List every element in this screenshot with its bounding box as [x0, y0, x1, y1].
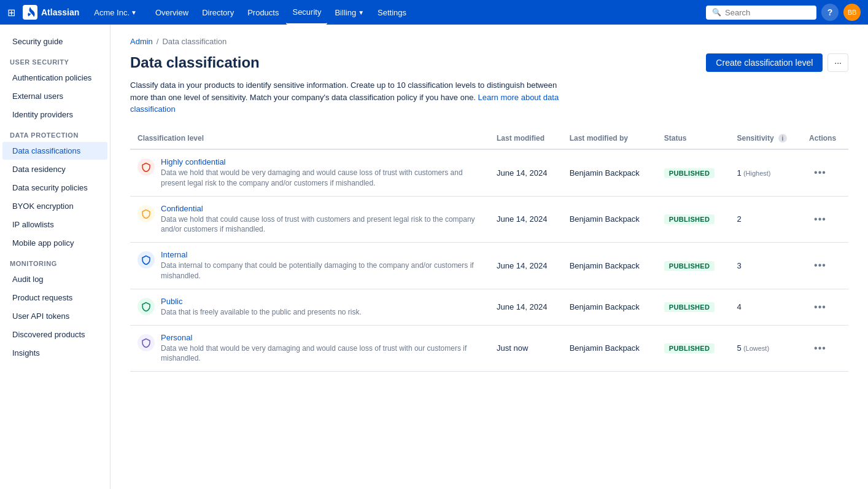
create-classification-button[interactable]: Create classification level — [706, 53, 823, 72]
cell-sensitivity-2: 3 — [730, 243, 802, 289]
cell-status-1: PUBLISHED — [657, 196, 730, 243]
table-row: Internal Data internal to company that c… — [130, 243, 848, 289]
sidebar-section-monitoring: Monitoring — [0, 252, 110, 270]
cell-classification-1: Confidential Data we hold that could cau… — [130, 196, 489, 243]
cell-classification-0: Highly confidential Data we hold that wo… — [130, 149, 489, 196]
table-row: Highly confidential Data we hold that wo… — [130, 149, 848, 196]
sidebar: Security guide User Security Authenticat… — [0, 25, 110, 489]
classification-icon-4 — [138, 334, 155, 351]
col-classification-level: Classification level — [130, 128, 489, 150]
grid-icon[interactable]: ⊞ — [7, 7, 15, 18]
classification-desc-3: Data that is freely available to the pub… — [161, 307, 362, 318]
cell-status-4: PUBLISHED — [657, 325, 730, 372]
nav-settings[interactable]: Settings — [371, 0, 413, 25]
classification-name-1[interactable]: Confidential — [161, 204, 482, 213]
sensitivity-note-4: (Lowest) — [742, 345, 769, 352]
classification-name-2[interactable]: Internal — [161, 250, 482, 259]
sensitivity-info-icon[interactable]: i — [778, 134, 787, 143]
actions-button-3[interactable]: ••• — [809, 299, 831, 315]
classification-cell-3: Public Data that is freely available to … — [138, 297, 482, 318]
cell-last-modified-2: June 14, 2024 — [489, 243, 562, 289]
avatar[interactable]: BB — [843, 4, 861, 21]
status-badge-3: PUBLISHED — [664, 302, 715, 312]
page-title: Data classification — [130, 54, 260, 71]
classification-icon-2 — [138, 251, 155, 268]
org-selector[interactable]: Acme Inc. ▼ — [89, 6, 142, 20]
actions-button-0[interactable]: ••• — [809, 165, 831, 181]
sidebar-item-identity-providers[interactable]: Identity providers — [2, 106, 107, 123]
status-badge-0: PUBLISHED — [664, 168, 715, 178]
sensitivity-note-0: (Highest) — [742, 170, 771, 177]
sidebar-item-data-residency[interactable]: Data residency — [2, 160, 107, 178]
page-header: Data classification Create classificatio… — [130, 53, 848, 72]
actions-button-2[interactable]: ••• — [809, 257, 831, 273]
breadcrumb-admin[interactable]: Admin — [130, 37, 153, 46]
classification-desc-2: Data internal to company that could be p… — [161, 260, 482, 281]
sidebar-item-authentication-policies[interactable]: Authentication policies — [2, 69, 107, 87]
classification-desc-0: Data we hold that would be very damaging… — [161, 168, 482, 189]
sidebar-section-user-security: User Security — [0, 51, 110, 68]
main-content: Admin / Data classification Data classif… — [110, 25, 868, 489]
sidebar-item-data-security-policies[interactable]: Data security policies — [2, 179, 107, 197]
sidebar-item-security-guide[interactable]: Security guide — [2, 33, 107, 50]
sidebar-item-audit-log[interactable]: Audit log — [2, 270, 107, 288]
table-row: Public Data that is freely available to … — [130, 289, 848, 325]
cell-last-modified-0: June 14, 2024 — [489, 149, 562, 196]
table-header-row: Classification level Last modified Last … — [130, 128, 848, 150]
classification-desc-1: Data we hold that could cause loss of tr… — [161, 214, 482, 235]
sidebar-item-product-requests[interactable]: Product requests — [2, 289, 107, 307]
cell-classification-4: Personal Data we hold that would be very… — [130, 325, 489, 372]
sidebar-item-user-api-tokens[interactable]: User API tokens — [2, 307, 107, 325]
classification-icon-1 — [138, 205, 155, 222]
nav-security[interactable]: Security — [286, 0, 327, 25]
topnav-right: 🔍 ? BB — [706, 4, 861, 21]
nav-directory[interactable]: Directory — [196, 0, 240, 25]
sidebar-item-data-classifications[interactable]: Data classifications — [2, 142, 107, 160]
org-dropdown-icon: ▼ — [131, 9, 137, 16]
cell-classification-2: Internal Data internal to company that c… — [130, 243, 489, 289]
cell-actions-1: ••• — [802, 196, 848, 243]
status-badge-4: PUBLISHED — [664, 343, 715, 353]
status-badge-1: PUBLISHED — [664, 214, 715, 224]
classification-info-3: Public Data that is freely available to … — [161, 297, 362, 318]
classification-name-4[interactable]: Personal — [161, 333, 482, 342]
help-button[interactable]: ? — [821, 4, 839, 21]
sidebar-item-external-users[interactable]: External users — [2, 87, 107, 105]
nav-overview[interactable]: Overview — [149, 0, 195, 25]
cell-sensitivity-1: 2 — [730, 196, 802, 243]
nav-billing[interactable]: Billing ▼ — [328, 0, 370, 25]
sidebar-item-ip-allowlists[interactable]: IP allowlists — [2, 216, 107, 233]
logo-icon — [23, 5, 37, 20]
classification-name-3[interactable]: Public — [161, 297, 362, 306]
search-box[interactable]: 🔍 — [706, 6, 816, 20]
more-options-button[interactable]: ··· — [827, 53, 848, 72]
actions-button-4[interactable]: ••• — [809, 340, 831, 356]
top-navigation: ⊞ Atlassian Acme Inc. ▼ Overview Directo… — [0, 0, 868, 25]
col-sensitivity: Sensitivity i — [730, 128, 802, 150]
page-description: Classify data in your products to identi… — [130, 79, 560, 115]
actions-button-1[interactable]: ••• — [809, 211, 831, 227]
cell-last-modified-by-0: Benjamin Backpack — [562, 149, 657, 196]
cell-last-modified-3: June 14, 2024 — [489, 289, 562, 325]
sidebar-item-byok-encryption[interactable]: BYOK encryption — [2, 197, 107, 215]
classification-icon-3 — [138, 298, 155, 315]
cell-last-modified-1: June 14, 2024 — [489, 196, 562, 243]
classification-cell-1: Confidential Data we hold that could cau… — [138, 204, 482, 235]
sidebar-item-mobile-app-policy[interactable]: Mobile app policy — [2, 234, 107, 252]
col-last-modified: Last modified — [489, 128, 562, 150]
billing-dropdown-icon: ▼ — [358, 9, 364, 16]
breadcrumb: Admin / Data classification — [130, 37, 848, 46]
classification-info-0: Highly confidential Data we hold that wo… — [161, 157, 482, 189]
table-row: Confidential Data we hold that could cau… — [130, 196, 848, 243]
cell-status-2: PUBLISHED — [657, 243, 730, 289]
cell-last-modified-4: Just now — [489, 325, 562, 372]
classification-table: Classification level Last modified Last … — [130, 128, 848, 372]
nav-products[interactable]: Products — [241, 0, 285, 25]
sidebar-item-discovered-products[interactable]: Discovered products — [2, 326, 107, 343]
classification-name-0[interactable]: Highly confidential — [161, 157, 482, 166]
cell-sensitivity-3: 4 — [730, 289, 802, 325]
atlassian-logo[interactable]: Atlassian — [23, 5, 79, 20]
search-input[interactable] — [725, 8, 810, 17]
page-header-actions: Create classification level ··· — [706, 53, 848, 72]
sidebar-item-insights[interactable]: Insights — [2, 344, 107, 362]
